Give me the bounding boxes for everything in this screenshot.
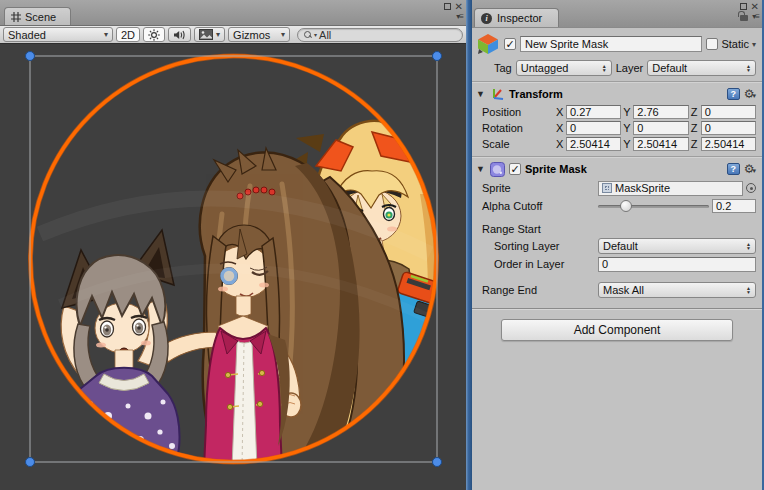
scale-y-field[interactable]: 2.50414 xyxy=(633,137,688,151)
audio-toggle-button[interactable] xyxy=(168,27,191,42)
spin-arrows-icon: ▲▼ xyxy=(746,242,751,250)
search-icon xyxy=(304,31,312,39)
transform-header[interactable]: ▼ Transform ? ⚙▾ xyxy=(472,84,762,104)
rotation-x-field[interactable]: 0 xyxy=(566,121,621,135)
foldout-icon[interactable]: ▼ xyxy=(476,89,486,99)
layer-dropdown[interactable]: Default ▲▼ xyxy=(647,60,756,76)
handle-bottom-left[interactable] xyxy=(26,458,35,467)
gameobject-name-field[interactable]: New Sprite Mask xyxy=(520,36,702,52)
gizmos-dropdown[interactable]: Gizmos ▾ xyxy=(228,27,290,42)
lock-icon[interactable] xyxy=(740,15,748,21)
close-icon[interactable]: ✕ xyxy=(455,2,463,11)
range-end-value: Mask All xyxy=(603,284,644,296)
alpha-cutoff-label: Alpha Cutoff xyxy=(482,200,598,212)
rotation-label: Rotation xyxy=(482,122,554,134)
component-enabled-checkbox[interactable]: ✓ xyxy=(509,163,521,175)
grid-icon xyxy=(11,12,21,22)
static-checkbox[interactable] xyxy=(706,38,718,50)
chevron-down-icon: ▾ xyxy=(216,30,220,39)
sprite-label: Sprite xyxy=(482,182,598,194)
speaker-icon xyxy=(173,29,186,41)
chevron-down-icon: ▾ xyxy=(281,30,285,39)
sprite-mask-header[interactable]: ▼ ✓ Sprite Mask ? ⚙▾ xyxy=(472,159,762,179)
rotation-row: Rotation X 0 Y 0 Z 0 xyxy=(472,120,762,136)
sprite-value: MaskSprite xyxy=(615,182,670,194)
effects-dropdown-button[interactable]: ▾ xyxy=(194,27,225,42)
scale-z-field[interactable]: 2.50414 xyxy=(701,137,756,151)
unity-editor-window: Scene ✕ ▾≡ Shaded ▾ 2D xyxy=(0,0,764,490)
position-x-field[interactable]: 0.27 xyxy=(566,105,621,119)
2d-label: 2D xyxy=(121,29,135,41)
handle-top-left[interactable] xyxy=(26,52,35,61)
order-in-layer-field[interactable]: 0 xyxy=(598,257,756,272)
position-row: Position X 0.27 Y 2.76 Z 0 xyxy=(472,104,762,120)
sorting-layer-dropdown[interactable]: Default ▲▼ xyxy=(598,238,756,254)
tab-scene[interactable]: Scene xyxy=(4,7,71,25)
tab-inspector[interactable]: i Inspector xyxy=(474,8,559,27)
spin-arrows-icon: ▲▼ xyxy=(746,64,751,72)
transform-icon xyxy=(490,87,505,101)
alpha-cutoff-value-field[interactable]: 0.2 xyxy=(712,199,756,213)
spin-arrows-icon: ▲▼ xyxy=(746,286,751,294)
sprite-object-field[interactable]: MaskSprite xyxy=(598,181,743,196)
gameobject-header: ✓ New Sprite Mask Static ▾ xyxy=(472,28,762,57)
scale-x-field[interactable]: 2.50414 xyxy=(566,137,621,151)
shading-mode-dropdown[interactable]: Shaded ▾ xyxy=(3,27,113,42)
scene-panel: Scene ✕ ▾≡ Shaded ▾ 2D xyxy=(0,0,466,490)
scene-toolbar: Shaded ▾ 2D xyxy=(0,26,466,44)
shading-mode-label: Shaded xyxy=(8,29,46,41)
range-start-row: Range Start xyxy=(472,221,762,237)
handle-top-right[interactable] xyxy=(433,52,442,61)
tag-dropdown[interactable]: Untagged ▲▼ xyxy=(516,60,612,76)
range-end-dropdown[interactable]: Mask All ▲▼ xyxy=(598,282,756,298)
order-in-layer-label: Order in Layer xyxy=(494,258,598,270)
scale-row: Scale X 2.50414 Y 2.50414 Z 2.50414 xyxy=(472,136,762,152)
tag-value: Untagged xyxy=(521,62,569,74)
position-label: Position xyxy=(482,106,554,118)
maximize-icon[interactable] xyxy=(740,3,747,10)
alpha-cutoff-slider[interactable] xyxy=(598,200,709,212)
gameobject-name: New Sprite Mask xyxy=(525,38,608,50)
static-label: Static xyxy=(721,38,749,50)
position-z-field[interactable]: 0 xyxy=(701,105,756,119)
foldout-icon[interactable]: ▼ xyxy=(476,164,486,174)
object-picker-icon[interactable] xyxy=(746,183,756,193)
panel-menu-icon[interactable]: ▾≡ xyxy=(752,12,759,21)
range-end-label: Range End xyxy=(482,284,598,296)
separator xyxy=(472,81,762,82)
scene-tab-label: Scene xyxy=(25,11,56,23)
search-text: All xyxy=(319,29,331,41)
slider-knob[interactable] xyxy=(620,200,632,212)
help-icon[interactable]: ? xyxy=(727,88,740,100)
tag-label: Tag xyxy=(494,62,512,74)
rotation-y-field[interactable]: 0 xyxy=(633,121,688,135)
scene-search-input[interactable]: ▾ All xyxy=(297,28,463,42)
sprite-row: Sprite MaskSprite xyxy=(472,179,762,197)
help-icon[interactable]: ? xyxy=(727,163,740,175)
scene-viewport[interactable] xyxy=(0,44,466,490)
rotation-z-field[interactable]: 0 xyxy=(701,121,756,135)
layer-label: Layer xyxy=(616,62,644,74)
sorting-layer-row: Sorting Layer Default ▲▼ xyxy=(472,237,762,255)
active-checkbox[interactable]: ✓ xyxy=(504,38,516,50)
position-y-field[interactable]: 2.76 xyxy=(633,105,688,119)
handle-bottom-right[interactable] xyxy=(433,458,442,467)
separator xyxy=(472,156,762,157)
panel-menu-icon[interactable]: ▾≡ xyxy=(456,12,463,21)
info-icon: i xyxy=(481,13,492,24)
inspector-window-controls: ✕ ▾≡ xyxy=(740,2,759,21)
close-icon[interactable]: ✕ xyxy=(751,2,759,11)
inspector-panel: i Inspector ✕ ▾≡ ✓ xyxy=(472,0,762,490)
lighting-toggle-button[interactable] xyxy=(143,27,165,42)
inspector-tabbar: i Inspector ✕ ▾≡ xyxy=(472,0,762,28)
add-component-button[interactable]: Add Component xyxy=(501,319,733,341)
sun-icon xyxy=(148,29,160,41)
order-in-layer-row: Order in Layer 0 xyxy=(472,255,762,273)
toggle-2d-button[interactable]: 2D xyxy=(116,27,140,42)
maximize-icon[interactable] xyxy=(444,3,451,10)
search-filter-chevron-icon: ▾ xyxy=(314,31,317,38)
sprite-mask-title: Sprite Mask xyxy=(525,163,587,175)
layer-value: Default xyxy=(652,62,687,74)
scene-window-controls: ✕ ▾≡ xyxy=(444,2,463,21)
static-dropdown-icon[interactable]: ▾ xyxy=(752,40,756,49)
